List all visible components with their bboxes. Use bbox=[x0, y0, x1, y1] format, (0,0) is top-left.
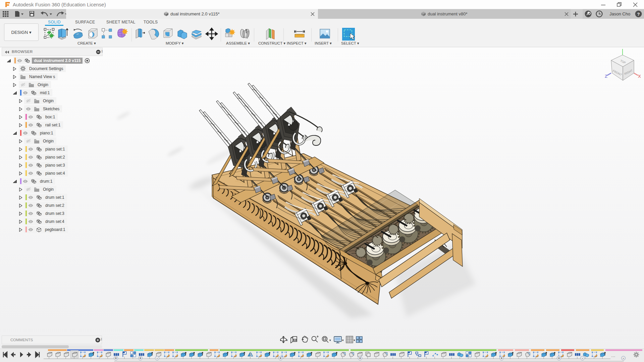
svg-text:Z: Z bbox=[605, 74, 607, 79]
svg-text:?: ? bbox=[637, 12, 640, 17]
svg-text:▾: ▾ bbox=[329, 339, 331, 342]
svg-text:X: X bbox=[638, 74, 641, 79]
svg-text:▾: ▾ bbox=[286, 339, 288, 342]
svg-text:▾: ▾ bbox=[342, 339, 344, 342]
svg-text:▾: ▾ bbox=[354, 339, 355, 342]
